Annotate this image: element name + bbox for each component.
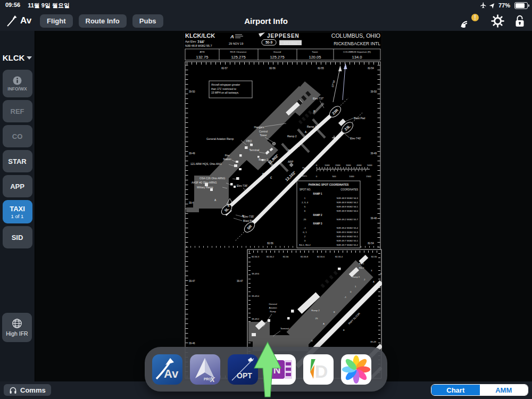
headset-icon — [9, 386, 17, 394]
apt-elev-value: 744' — [197, 40, 205, 44]
location-arrow-icon — [489, 2, 496, 9]
dock-app-pro-x[interactable]: PRO X — [190, 354, 220, 385]
svg-text:RAMP 3: RAMP 3 — [313, 222, 322, 225]
freq-header: Tower — [312, 51, 318, 53]
settings-gear-icon[interactable] — [491, 14, 505, 28]
devices-alert-icon[interactable]: ! — [460, 13, 481, 29]
tab-ref[interactable]: REF — [3, 100, 32, 122]
svg-text:N39 49.7 W082 55.2: N39 49.7 W082 55.2 — [337, 244, 359, 246]
graticule-label: 39-47 — [189, 280, 195, 282]
freq-value: 125.275 — [231, 55, 245, 60]
flight-button[interactable]: Flight — [40, 14, 72, 28]
amm-tab[interactable]: AMM — [480, 385, 528, 395]
tab-app[interactable]: APP — [3, 175, 32, 197]
svg-text:5000: 5000 — [367, 164, 372, 167]
svg-text:500: 500 — [332, 175, 337, 178]
svg-text:Elev 735': Elev 735' — [243, 215, 254, 218]
graticule-label: 39-46 — [189, 342, 195, 345]
chart-tab[interactable]: Chart — [431, 385, 480, 395]
dock-app-foreflight[interactable]: Av — [152, 354, 182, 385]
svg-text:G: G — [313, 110, 315, 113]
freq-value: 125.275 — [270, 55, 284, 60]
svg-text:Ramp 1: Ramp 1 — [259, 158, 268, 161]
freq-value: 120.05 — [309, 55, 321, 60]
svg-text:Terminal: Terminal — [250, 148, 260, 152]
chevron-down-icon — [27, 56, 32, 60]
unlock-icon[interactable] — [514, 14, 526, 28]
tab-label: STAR — [8, 157, 26, 165]
svg-text:N39 49.4 W082 55.4: N39 49.4 W082 55.4 — [337, 227, 359, 229]
svg-text:Blast Pad: Blast Pad — [354, 117, 365, 120]
svg-text:Control: Control — [259, 130, 268, 133]
svg-text:4000: 4000 — [356, 164, 362, 167]
dock-app-photos[interactable] — [341, 354, 371, 385]
svg-text:FBO: FBO — [246, 139, 252, 143]
jeppesen-taxi-chart[interactable]: KLCK/LCK Apt Elev 744' N39 48.8 W082 55.… — [184, 32, 382, 381]
tab-label: SID — [12, 234, 23, 242]
svg-text:A: A — [373, 280, 375, 283]
pubs-button[interactable]: Pubs — [132, 14, 163, 28]
svg-text:2000: 2000 — [335, 164, 340, 167]
svg-text:R4-1, R4-2: R4-1, R4-2 — [299, 244, 311, 246]
tab-info-wx[interactable]: INFO/WX — [3, 70, 32, 97]
route-info-button[interactable]: Route Info — [79, 14, 127, 28]
svg-text:Elev 740': Elev 740' — [350, 137, 361, 140]
svg-text:82-56: 82-56 — [283, 255, 289, 258]
svg-text:Blast Pad: Blast Pad — [243, 219, 255, 222]
chart-sidebar: KLCK INFO/WX REF CO STAR APP TAXI 1 of 1… — [0, 31, 35, 381]
d-app-label: D — [315, 361, 328, 381]
freq-value: 132.75 — [196, 55, 209, 60]
dock-app-d[interactable]: D — [303, 354, 334, 385]
tab-sid[interactable]: SID — [3, 226, 32, 248]
freq-header: RICK Clearance — [230, 51, 247, 53]
graticule-label: 39-48 — [370, 217, 377, 220]
tab-count: 1 of 1 — [11, 213, 24, 219]
graticule-label: 82-56 — [269, 67, 276, 70]
tab-label: INFO/WX — [7, 86, 27, 92]
svg-text:D: D — [311, 339, 313, 342]
svg-text:15 MPH on all taxiways.: 15 MPH on all taxiways. — [211, 92, 239, 94]
foreflight-arrow-icon — [5, 14, 19, 28]
svg-text:Feet: Feet — [303, 167, 307, 169]
tab-co[interactable]: CO — [3, 125, 32, 147]
info-icon — [13, 76, 22, 85]
graticule-label: 39-50 — [189, 90, 195, 93]
svg-text:A: A — [323, 322, 325, 325]
svg-text:AASF #2 Ohio ARNG: AASF #2 Ohio ARNG — [192, 181, 217, 184]
svg-text:RAMP 1: RAMP 1 — [313, 193, 322, 195]
svg-text:OSA C26 Ohio ARNG: OSA C26 Ohio ARNG — [200, 177, 225, 180]
tab-label: APP — [10, 182, 24, 190]
svg-text:E: E — [334, 311, 335, 313]
high-ifr-map-button[interactable]: High IFR — [2, 313, 32, 342]
svg-text:Military Ramp: Military Ramp — [197, 186, 213, 189]
svg-text:Ramp 3: Ramp 3 — [307, 125, 317, 128]
airport-selector[interactable]: KLCK — [0, 53, 35, 62]
globe-icon — [12, 318, 22, 329]
svg-text:N39 48.9 W082 56.1: N39 48.9 W082 56.1 — [337, 205, 359, 208]
tab-star[interactable]: STAR — [3, 150, 32, 172]
date: 11월 9일 월요일 — [28, 2, 70, 10]
svg-text:25: 25 — [304, 218, 306, 221]
svg-text:!: ! — [474, 14, 476, 21]
svg-text:39-49.2: 39-49.2 — [252, 318, 260, 320]
svg-text:Meters: Meters — [300, 174, 307, 177]
clock: 09:56 — [5, 2, 20, 10]
comms-button[interactable]: Comms — [4, 384, 51, 396]
app-logo[interactable]: Av — [5, 14, 31, 28]
svg-text:R4-2: R4-2 — [359, 267, 364, 269]
freq-header: ATIS — [200, 51, 204, 53]
svg-text:RAMP 2: RAMP 2 — [313, 214, 322, 217]
svg-text:82-56.2: 82-56.2 — [267, 255, 275, 258]
svg-text:82-55: 82-55 — [371, 255, 377, 258]
tab-taxi-selected[interactable]: TAXI 1 of 1 — [3, 200, 32, 223]
svg-text:SPOT NO.: SPOT NO. — [300, 188, 311, 191]
battery-icon — [514, 2, 528, 9]
ipad-screen: 09:56 11월 9일 월요일 77% Av Flight Route Inf… — [0, 0, 532, 399]
airplane-mode-icon — [479, 2, 487, 9]
svg-text:PARKING SPOT COORDINATES: PARKING SPOT COORDINATES — [309, 183, 349, 186]
svg-text:Fire: Fire — [225, 154, 230, 157]
svg-text:Tower: Tower — [260, 134, 267, 137]
green-pointer-arrow — [250, 339, 286, 399]
top-toolbar: Av Flight Route Info Pubs Airport Info ! — [0, 11, 532, 31]
svg-text:R4-1: R4-1 — [359, 262, 364, 265]
